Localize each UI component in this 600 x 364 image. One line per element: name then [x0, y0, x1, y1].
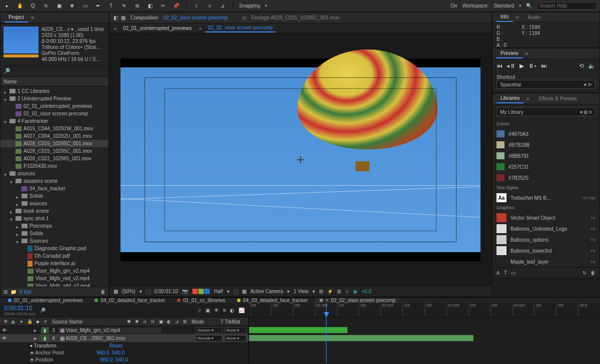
shortcut-dropdown[interactable]: Spacebar▾ ᐅ [496, 80, 596, 89]
layer-row[interactable]: 👁▸▮3▦ Visor_Mgfx_grn_v2.mp4Screen ▾None … [0, 326, 248, 334]
resolution-down-icon[interactable]: ⬚ [146, 289, 150, 294]
tree-item[interactable]: ▸sources [0, 200, 108, 207]
always-preview-icon[interactable]: ▦ [114, 289, 118, 294]
workspace-chevron-icon[interactable]: ▾ [519, 3, 521, 8]
color-swatch-item[interactable]: #4970A3 [492, 128, 600, 139]
nav-back-icon[interactable]: ◂ [114, 25, 116, 31]
eraser-tool-icon[interactable]: ◧ [146, 2, 154, 10]
rotate-tool-icon[interactable]: ↻ [42, 2, 50, 10]
col-label-icon[interactable]: ◆ [34, 319, 41, 324]
new-folder-icon[interactable]: 📁 [10, 289, 16, 295]
puppet-tool-icon[interactable]: 📌 [172, 2, 180, 10]
selection-tool-icon[interactable]: ▸ [3, 2, 11, 10]
camera-dropdown[interactable]: Active Camera [250, 289, 284, 294]
play-icon[interactable]: ▶ [520, 62, 524, 69]
project-tree[interactable]: ▸1 CC Libraries▾2 Uninterrupted Preview0… [0, 86, 108, 287]
exposure-value[interactable]: +0.0 [362, 289, 372, 294]
reset-exposure-icon[interactable]: ◉ [353, 289, 358, 294]
tree-item[interactable]: ▾assasins scene [0, 177, 108, 185]
clone-tool-icon[interactable]: ⧉ [133, 2, 141, 10]
tree-item[interactable]: ▸book scene [0, 207, 108, 215]
library-selector[interactable]: My Library ▾ ⊞ ≡ [496, 107, 596, 116]
first-frame-icon[interactable]: ⏮ [496, 62, 502, 69]
time-ruler[interactable]: 00f10f20f01:00f10f20f02:00f10f20f03:00f1… [249, 303, 600, 317]
lib-sync-icon[interactable]: ↻ [582, 270, 586, 276]
delete-icon[interactable]: 🗑 [100, 289, 106, 295]
tree-item[interactable]: P1020430.mov [0, 162, 108, 170]
property-row[interactable]: ⬘ Position960.0, 540.0 [0, 356, 248, 363]
world-axis-icon[interactable]: ⊹ [206, 2, 214, 10]
transparency-grid-icon[interactable]: ▦ [242, 289, 246, 294]
tree-item[interactable]: 02_02_visor screen precomp [0, 110, 108, 117]
timeline-tab[interactable]: 04_03_detailed_face_tracker [232, 298, 312, 303]
tree-item[interactable]: ▸Solids [0, 192, 108, 200]
color-swatch-item[interactable]: #7B2525 [492, 172, 600, 183]
layer-track[interactable] [249, 326, 600, 334]
tab-close-icon[interactable]: × [326, 298, 328, 303]
tree-item[interactable]: Visor_Mgfx_wht_v3.mp4 [0, 282, 108, 287]
tree-item[interactable]: 04_face_tracker [0, 185, 108, 192]
tree-item[interactable]: ▾sync shot 1 [0, 215, 108, 222]
tree-item[interactable]: ▸1 CC Libraries [0, 87, 108, 95]
zoom-chevron-icon[interactable]: ▾ [140, 289, 142, 294]
tree-item[interactable]: ▾2 Uninterrupted Preview [0, 95, 108, 102]
pen-tool-icon[interactable]: ✒ [94, 2, 102, 10]
search-icon[interactable]: 🔍 [526, 3, 532, 8]
tree-item[interactable]: ▾Sources [0, 237, 108, 245]
comp-tab-previews[interactable]: 02_01_uninterrupted_previews [120, 24, 194, 32]
pixel-aspect-icon[interactable]: ⊞ [319, 289, 323, 294]
fast-preview-icon[interactable]: ⚡ [327, 289, 333, 294]
color-swatch-item[interactable]: #8BB791 [492, 150, 600, 161]
mute-icon[interactable]: 🔈 [588, 62, 596, 69]
timeline-icon[interactable]: ⊞ [337, 289, 341, 294]
brush-tool-icon[interactable]: ✎ [120, 2, 128, 10]
camera-tool-icon[interactable]: ▣ [55, 2, 63, 10]
graphic-item[interactable]: Balloons_optionsPs [492, 234, 600, 245]
graphic-item[interactable]: Maple_leaf_layerPs [492, 256, 600, 267]
comp-mini-flow-icon[interactable]: ⊹ [198, 308, 202, 313]
layer-bar[interactable] [249, 327, 348, 333]
color-swatch-item[interactable]: #257C31 [492, 161, 600, 172]
frame-blend-icon[interactable]: ⧈ [223, 307, 226, 313]
layer-track[interactable] [249, 334, 600, 342]
local-axis-icon[interactable]: ⟟ [192, 2, 200, 10]
tree-item[interactable]: ▸Precomps [0, 222, 108, 230]
loop-icon[interactable]: ⟲ [579, 62, 584, 69]
lib-text-icon[interactable]: Ꭺ [496, 270, 500, 276]
tree-item[interactable]: A027_C004_10282U_001.mov [0, 132, 108, 140]
resolution-dropdown[interactable]: Half [214, 289, 223, 294]
col-audio-icon[interactable]: 🔈 [10, 319, 17, 324]
text-style-item[interactable]: AaTrebuchet MS B…76.54pt [492, 192, 600, 203]
interpret-footage-icon[interactable]: ⊞ [4, 289, 8, 295]
col-lock-icon[interactable]: 🔒 [26, 319, 33, 324]
show-channel-icon[interactable]: 🟥🟩🟦 [192, 289, 210, 294]
audio-tab[interactable]: Audio [524, 13, 545, 21]
last-frame-icon[interactable]: ⏭ [541, 62, 547, 69]
col-trkmat[interactable]: T TrkMat [220, 319, 246, 325]
tree-item[interactable]: Visor_Mgfx_red_v2.mp4 [0, 275, 108, 282]
layer-row[interactable]: 👁▸▮4▦ A028_C0…295C_001.movNormal ▾None ▾ [0, 334, 248, 342]
info-tab[interactable]: Info [496, 12, 513, 22]
tree-item[interactable]: ▾4 Facetracker [0, 117, 108, 125]
comp-tab-visor[interactable]: 02_02_visor screen precomp [205, 24, 276, 32]
lib-type-icon[interactable]: T [504, 270, 507, 276]
graphic-item[interactable]: Balloons_Unlimited_LogoPs [492, 223, 600, 234]
snapshot-icon[interactable]: 📷 [182, 289, 188, 294]
effects-presets-tab[interactable]: Effects & Presets [534, 94, 581, 103]
roi-icon[interactable]: ⬚ [234, 289, 238, 294]
flowchart-icon[interactable]: ◧ [114, 15, 118, 20]
workspace-selector[interactable]: Standard [494, 3, 514, 8]
timeline-tab[interactable]: 01_01_cc_libraries [172, 298, 230, 303]
timeline-search-icon[interactable]: 🔎 [40, 308, 46, 313]
roto-tool-icon[interactable]: ✂ [159, 2, 167, 10]
timeline-tab[interactable]: ×02_02_visor screen precomp [314, 298, 400, 303]
lib-swatch-icon[interactable]: ▭ [511, 270, 516, 276]
col-mode[interactable]: Mode [190, 319, 220, 325]
graphic-item[interactable]: Vector Smart ObjectPs [492, 212, 600, 223]
next-frame-icon[interactable]: ⏸▸ [528, 62, 537, 69]
graph-editor-icon[interactable]: 📈 [238, 308, 244, 313]
name-column[interactable]: Name [4, 79, 17, 84]
timecode-display[interactable]: 0:00:01:10 [154, 289, 178, 294]
zoom-tool-icon[interactable]: Q [29, 2, 37, 10]
motion-blur-icon[interactable]: ◐ [230, 308, 234, 313]
